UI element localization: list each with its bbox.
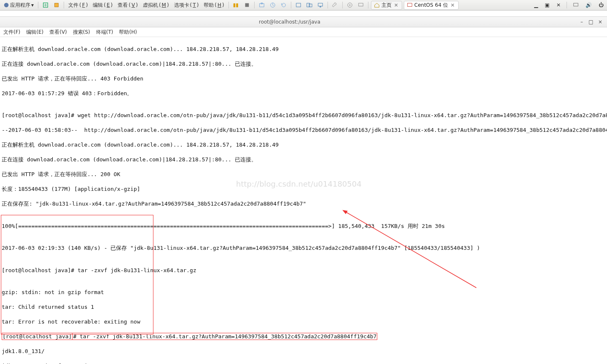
vm-settings-button[interactable] [330, 1, 340, 9]
tab-home[interactable]: 主页 × [371, 1, 402, 10]
fullscreen-icon [295, 2, 301, 8]
pause-icon: ▮▮ [233, 2, 239, 8]
svg-rect-16 [574, 3, 578, 6]
system-tray: ▁ ▣ ✕ 🔊 ⏻ [532, 1, 605, 9]
close-icon[interactable]: × [393, 2, 399, 8]
output-line: 长度：185540433 (177M) [application/x-gzip] [2, 185, 605, 193]
vm-console-button[interactable] [316, 1, 325, 9]
menu-vm[interactable]: 虚拟机(M) [141, 1, 171, 10]
home-icon [374, 2, 380, 8]
svg-rect-9 [309, 4, 312, 7]
close-icon[interactable]: × [450, 2, 456, 8]
output-line: 2017-06-03 02:19:33 (140 KB/s) - 已保存 "jd… [2, 244, 605, 252]
window-close-button[interactable]: × [597, 19, 604, 25]
vm-stop-button[interactable] [242, 1, 252, 9]
term-menu-search[interactable]: 搜索(S) [73, 29, 90, 36]
vm-icon [407, 2, 413, 8]
output-line: gzip: stdin: not in gzip format [2, 289, 605, 296]
vm-network-button[interactable] [356, 1, 365, 9]
svg-rect-14 [358, 3, 363, 6]
tray-power[interactable]: ⏻ [597, 1, 605, 9]
monitor-icon [358, 2, 364, 8]
tray-min-button[interactable]: ▁ [532, 1, 540, 9]
vm-pause-button[interactable]: ▮▮ [231, 1, 241, 9]
tab-centos[interactable]: CentOS 64 位 × [404, 1, 459, 10]
stop-icon [244, 2, 250, 8]
apps-menu[interactable]: 应用程序 ▾ [2, 1, 35, 10]
compass-icon [43, 2, 48, 8]
window-title: root@localhost:/usr/java [3, 19, 576, 25]
vm-snapshot-mgr-button[interactable] [268, 1, 277, 9]
revert-icon [281, 2, 287, 8]
output-line: 正在连接 download.oracle.com (download.oracl… [2, 60, 605, 68]
menu-edit[interactable]: 编辑(E) [91, 1, 114, 10]
menu-view[interactable]: 查看(V) [116, 1, 140, 10]
terminal-output[interactable]: 正在解析主机 download.oracle.com (download.ora… [0, 37, 607, 364]
cd-icon [347, 2, 353, 8]
tray-close-button[interactable]: ✕ [555, 1, 562, 9]
output-line: 已发出 HTTP 请求，正在等待回应... 403 Forbidden [2, 75, 605, 83]
x-icon: ✕ [556, 2, 561, 8]
vm-cdrom-button[interactable] [345, 1, 355, 9]
restore-icon: ▣ [545, 2, 550, 8]
output-line: 正在连接 download.oracle.com (download.oracl… [2, 156, 605, 163]
vm-revert-button[interactable] [279, 1, 288, 9]
output-line: tar: Error is not recoverable: exiting n… [2, 318, 605, 326]
svg-rect-10 [318, 3, 322, 6]
output-line: tar: Child returned status 1 [2, 303, 605, 311]
menu-tabs[interactable]: 选项卡(T) [172, 1, 201, 10]
tray-volume[interactable]: 🔊 [584, 1, 594, 9]
vmtool-btn-1[interactable] [41, 1, 50, 9]
tray-restore-button[interactable]: ▣ [543, 1, 551, 9]
foot-icon [3, 2, 9, 8]
chevron-down-icon: ▾ [31, 2, 34, 8]
terminal-menubar: 文件(F) 编辑(E) 查看(V) 搜索(S) 终端(T) 帮助(H) [0, 27, 607, 37]
window-maximize-button[interactable]: □ [588, 19, 594, 25]
output-line: [root@localhost java]# tar -zxvf jdk-8u1… [2, 267, 605, 274]
power-icon: ⏻ [599, 2, 604, 8]
output-line: 2017-06-03 01:57:29 错误 403：Forbidden。 [2, 90, 605, 97]
prompt-box: [root@localhost java] [2, 333, 73, 340]
wrench-icon [332, 2, 338, 8]
box-icon [54, 2, 59, 8]
svg-rect-2 [55, 3, 59, 7]
vmtool-btn-2[interactable] [52, 1, 61, 9]
tab-home-label: 主页 [381, 2, 392, 9]
apps-label: 应用程序 [10, 2, 30, 9]
menu-help[interactable]: 帮助(H) [202, 1, 226, 10]
snapshot-icon [259, 2, 265, 8]
vm-unity-button[interactable] [305, 1, 314, 9]
svg-point-13 [349, 5, 350, 6]
svg-rect-7 [296, 3, 301, 7]
command-box: # tar -zxvf jdk-8u131-linux-x64.tar.gz?A… [73, 333, 377, 340]
term-menu-file[interactable]: 文件(F) [3, 29, 20, 36]
svg-rect-3 [245, 3, 249, 7]
output-line: 100%[===================================… [2, 222, 605, 230]
vm-snapshot-button[interactable] [257, 1, 266, 9]
term-menu-terminal[interactable]: 终端(T) [96, 29, 113, 36]
svg-rect-15 [408, 3, 412, 7]
display-icon [573, 2, 579, 8]
unity-icon [306, 2, 312, 8]
output-line: jdk1.8.0_131/javafx-src.zip [2, 362, 605, 364]
term-menu-help[interactable]: 帮助(H) [119, 29, 137, 36]
console-icon [317, 2, 323, 8]
extract-output-highlight [1, 215, 153, 335]
window-minimize-button[interactable]: – [578, 19, 585, 25]
svg-rect-11 [320, 7, 321, 8]
term-menu-view[interactable]: 查看(V) [49, 29, 67, 36]
output-line: 已发出 HTTP 请求，正在等待回应... 200 OK [2, 171, 605, 178]
top-panel: 应用程序 ▾ 文件(F) 编辑(E) 查看(V) 虚拟机(M) 选项卡(T) 帮… [0, 0, 607, 11]
term-menu-edit[interactable]: 编辑(E) [26, 29, 43, 36]
highlighted-command: [root@localhost java]# tar -zxvf jdk-8u1… [2, 333, 605, 340]
menu-file[interactable]: 文件(F) [67, 1, 89, 10]
close-icon: × [598, 19, 602, 25]
terminal-titlebar: root@localhost:/usr/java – □ × [0, 16, 607, 27]
output-line: 正在保存至: "jdk-8u131-linux-x64.tar.gz?AuthP… [2, 200, 605, 208]
tray-display[interactable] [571, 1, 580, 9]
svg-point-0 [4, 3, 9, 8]
maximize-icon: □ [588, 19, 593, 25]
vm-fullscreen-button[interactable] [294, 1, 303, 9]
snapshot-manager-icon [270, 2, 276, 8]
tab-centos-label: CentOS 64 位 [414, 2, 448, 9]
